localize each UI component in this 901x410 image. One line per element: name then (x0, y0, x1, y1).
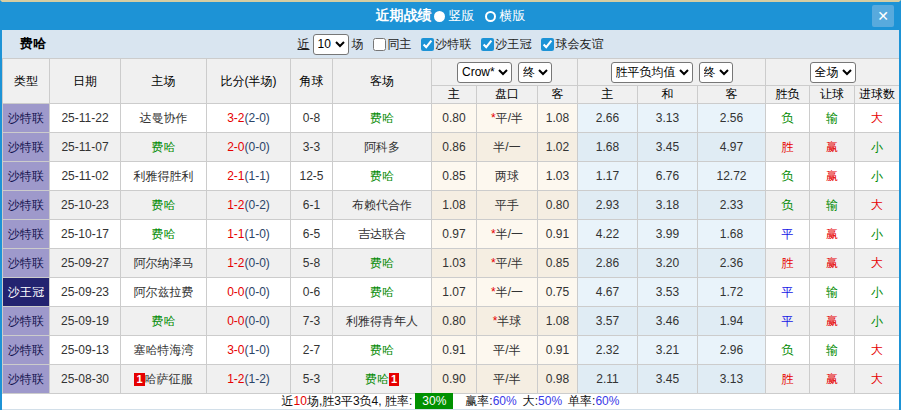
odds-draw-cell: 3.13 (638, 104, 698, 133)
goals-cell: 大 (855, 365, 900, 394)
asian-away-odds-cell: 0.75 (538, 278, 578, 307)
away-team-name: 阿科多 (364, 140, 400, 154)
odds-draw-cell: 3.99 (638, 220, 698, 249)
asian-line-cell: *半/一 (477, 278, 538, 307)
games-suffix-label: 场 (352, 36, 364, 53)
close-icon[interactable]: ✕ (872, 5, 894, 27)
home-team-name: 费哈 (152, 198, 176, 212)
odds-away-cell: 1.68 (698, 220, 766, 249)
asian-line-text: 平/半 (496, 256, 523, 270)
league-type-cell: 沙特联 (3, 336, 50, 365)
recent-link[interactable]: 近 (298, 36, 310, 53)
kings-cup-checkbox[interactable] (481, 38, 494, 51)
col-header-home: 主场 (121, 59, 207, 104)
goals-cell: 小 (855, 220, 900, 249)
away-team-name: 费哈 (370, 169, 394, 183)
saudi-league-text: 沙特联 (436, 36, 472, 53)
home-team-cell: 达曼协作 (121, 104, 207, 133)
filter-controls: 近 10 场 同主 沙特联 沙王冠 球会友谊 (298, 34, 604, 55)
corners-cell: 0-6 (291, 278, 333, 307)
asian-line-text: 半/一 (496, 227, 523, 241)
away-team-name: 费哈 (365, 372, 389, 386)
corners-cell: 3-3 (291, 133, 333, 162)
league-type-cell: 沙特联 (3, 365, 50, 394)
score-cell: 2-1(1-1) (207, 162, 291, 191)
handicap-time-select[interactable]: 终 (518, 62, 552, 83)
col-header-date: 日期 (50, 59, 121, 104)
result-cell: 负 (766, 162, 810, 191)
league-type-cell: 沙特联 (3, 220, 50, 249)
odds-away-cell: 4.97 (698, 133, 766, 162)
table-row: 沙特联 25-11-02 利雅得胜利 2-1(1-1) 12-5 费哈 0.85… (3, 162, 900, 191)
bookmaker-select[interactable]: Crow* (457, 62, 512, 83)
home-team-cell: 费哈 (121, 307, 207, 336)
asian-line-text: 平/半 (496, 111, 523, 125)
result-cell: 平 (766, 307, 810, 336)
league-filter-club-friendly[interactable]: 球会友谊 (535, 36, 604, 53)
halftime-score: (0-0) (245, 256, 270, 270)
club-friendly-checkbox[interactable] (541, 38, 554, 51)
same-home-checkbox[interactable] (373, 38, 386, 51)
scope-select[interactable]: 全场 (810, 62, 856, 83)
home-team-cell: 费哈 (121, 191, 207, 220)
corners-cell: 6-5 (291, 220, 333, 249)
same-home-checkbox-label[interactable]: 同主 (367, 36, 412, 53)
halftime-score: (0-2) (245, 198, 270, 212)
fulltime-score: 1-2 (227, 198, 244, 212)
asian-away-odds-cell: 1.08 (538, 307, 578, 336)
handicap-result-cell: 输 (810, 104, 855, 133)
date-cell: 25-09-13 (50, 336, 121, 365)
home-team-cell: 塞哈特海湾 (121, 336, 207, 365)
rank-badge: 1 (389, 373, 399, 386)
saudi-league-checkbox[interactable] (421, 38, 434, 51)
halftime-score: (0-0) (245, 314, 270, 328)
score-cell: 1-2(1-2) (207, 365, 291, 394)
vertical-layout-label[interactable]: 竖版 (449, 7, 475, 25)
vertical-layout-radio[interactable] (434, 11, 445, 22)
asian-home-odds-cell: 1.08 (432, 191, 477, 220)
away-team-name: 费哈 (370, 111, 394, 125)
goals-cell: 大 (855, 249, 900, 278)
asian-line-text: 平/半 (493, 372, 520, 386)
odds-type-select[interactable]: 胜平负均值 (611, 62, 693, 83)
away-team-cell: 费哈 (333, 278, 432, 307)
home-team-name: 费哈 (152, 140, 176, 154)
odds-away-cell: 3.13 (698, 365, 766, 394)
table-row: 沙特联 25-09-27 阿尔纳泽马 1-2(0-0) 5-8 费哈 1.03 … (3, 249, 900, 278)
handicap-result-cell: 输 (810, 191, 855, 220)
odds-home-cell: 2.93 (578, 191, 638, 220)
horizontal-layout-label[interactable]: 横版 (500, 7, 526, 25)
handicap-result-cell: 赢 (810, 133, 855, 162)
away-team-cell: 布赖代合作 (333, 191, 432, 220)
home-team-name: 阿尔纳泽马 (134, 256, 194, 270)
odds-time-select[interactable]: 终 (699, 62, 733, 83)
col-header-odds-draw: 和 (638, 86, 698, 104)
odds-away-cell: 2.33 (698, 191, 766, 220)
fulltime-score: 2-1 (227, 169, 244, 183)
away-team-cell: 阿科多 (333, 133, 432, 162)
league-filter-saudi-league[interactable]: 沙特联 (415, 36, 472, 53)
asian-away-odds-cell: 1.02 (538, 133, 578, 162)
fulltime-score: 1-2 (227, 372, 244, 386)
horizontal-layout-radio[interactable] (485, 11, 496, 22)
home-team-name: 阿尔兹拉费 (134, 285, 194, 299)
home-team-name: 达曼协作 (140, 111, 188, 125)
away-team-cell: 费哈 (333, 104, 432, 133)
dialog-title: 近期战绩 (376, 7, 432, 25)
corners-cell: 2-7 (291, 336, 333, 365)
odds-draw-cell: 3.21 (638, 336, 698, 365)
asian-away-odds-cell: 0.91 (538, 220, 578, 249)
halftime-score: (1-0) (245, 343, 270, 357)
date-cell: 25-10-23 (50, 191, 121, 220)
odds-away-cell: 1.72 (698, 278, 766, 307)
score-cell: 2-0(0-0) (207, 133, 291, 162)
asian-line-cell: 半/一 (477, 133, 538, 162)
league-type-cell: 沙王冠 (3, 278, 50, 307)
games-count-select[interactable]: 10 (313, 34, 349, 55)
goals-cell: 小 (855, 278, 900, 307)
away-team-name: 利雅得青年人 (346, 314, 418, 328)
fulltime-score: 1-1 (227, 227, 244, 241)
league-filter-kings-cup[interactable]: 沙王冠 (475, 36, 532, 53)
home-team-name: 费哈 (152, 314, 176, 328)
asian-away-odds-cell: 0.98 (538, 365, 578, 394)
